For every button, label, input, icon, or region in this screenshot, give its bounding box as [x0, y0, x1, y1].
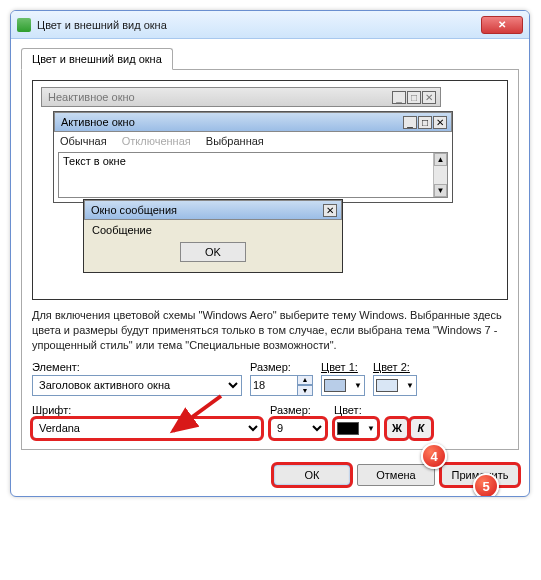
bold-button[interactable]: Ж: [386, 418, 408, 439]
label-element: Элемент:: [32, 361, 242, 373]
cancel-button[interactable]: Отмена: [357, 464, 435, 486]
label-size2: Размер:: [270, 404, 326, 416]
preview-menu: Обычная Отключенная Выбранная: [54, 132, 452, 150]
preview-inactive-window: Неактивное окно _□✕: [41, 87, 441, 107]
font-size-select[interactable]: 9: [270, 418, 326, 439]
preview-textarea: Текст в окне ▲ ▼: [58, 152, 448, 198]
preview-area: Неактивное окно _□✕ Активное окно _□✕ Об…: [32, 80, 508, 300]
description-text: Для включения цветовой схемы "Windows Ae…: [32, 308, 508, 353]
minimize-icon: _: [403, 116, 417, 129]
window-title: Цвет и внешний вид окна: [37, 19, 481, 31]
close-icon: ✕: [422, 91, 436, 104]
preview-inactive-buttons: _□✕: [391, 91, 436, 104]
preview-messagebox: Окно сообщения ✕ Сообщение OK: [83, 199, 343, 273]
preview-inactive-title: Неактивное окно: [46, 91, 391, 103]
spin-up-icon[interactable]: ▲: [297, 375, 313, 386]
ok-button[interactable]: ОК: [273, 464, 351, 486]
preview-msgbox-text: Сообщение: [92, 224, 334, 236]
spin-down-icon[interactable]: ▼: [297, 385, 313, 396]
preview-scrollbar: ▲ ▼: [433, 153, 447, 197]
maximize-icon: □: [418, 116, 432, 129]
maximize-icon: □: [407, 91, 421, 104]
close-icon: ✕: [323, 204, 337, 217]
chevron-down-icon: ▼: [406, 381, 414, 390]
preview-active-title: Активное окно: [59, 116, 402, 128]
row-element: Элемент: Заголовок активного окна Размер…: [32, 361, 508, 396]
dialog-window: Цвет и внешний вид окна ✕ Цвет и внешний…: [10, 10, 530, 497]
scroll-up-icon: ▲: [434, 153, 447, 166]
preview-active-buttons: _□✕: [402, 116, 447, 129]
color1-swatch: [324, 379, 346, 392]
preview-active-window: Активное окно _□✕ Обычная Отключенная Вы…: [53, 111, 453, 203]
color1-select[interactable]: ▼: [321, 375, 365, 396]
font-color-swatch: [337, 422, 359, 435]
menu-disabled: Отключенная: [122, 135, 191, 147]
size1-input[interactable]: [250, 375, 298, 396]
label-color2: Цвет 2:: [373, 361, 417, 373]
tab-pane: Неактивное окно _□✕ Активное окно _□✕ Об…: [21, 69, 519, 450]
tab-appearance[interactable]: Цвет и внешний вид окна: [21, 48, 173, 70]
preview-inactive-titlebar: Неактивное окно _□✕: [41, 87, 441, 107]
dialog-buttons: ОК Отмена Применить: [21, 464, 519, 486]
label-color1: Цвет 1:: [321, 361, 365, 373]
scroll-down-icon: ▼: [434, 184, 447, 197]
font-color-select[interactable]: ▼: [334, 418, 378, 439]
chevron-down-icon: ▼: [367, 424, 375, 433]
marker-5: 5: [473, 473, 499, 497]
close-icon[interactable]: ✕: [481, 16, 523, 34]
menu-normal: Обычная: [60, 135, 107, 147]
row-font: Шрифт: Verdana Размер: 9 Цвет: ▼: [32, 404, 508, 439]
preview-msgbox-title: Окно сообщения: [89, 204, 323, 216]
preview-text: Текст в окне: [63, 155, 126, 167]
marker-4: 4: [421, 443, 447, 469]
size1-spinner[interactable]: ▲▼: [297, 375, 313, 396]
minimize-icon: _: [392, 91, 406, 104]
preview-active-titlebar: Активное окно _□✕: [54, 112, 452, 132]
label-size1: Размер:: [250, 361, 313, 373]
chevron-down-icon: ▼: [354, 381, 362, 390]
app-icon: [17, 18, 31, 32]
color2-swatch: [376, 379, 398, 392]
preview-msgbox-titlebar: Окно сообщения ✕: [84, 200, 342, 220]
menu-selected: Выбранная: [206, 135, 264, 147]
dialog-body: Цвет и внешний вид окна Неактивное окно …: [11, 39, 529, 496]
annotation-arrow: [161, 391, 231, 441]
color2-select[interactable]: ▼: [373, 375, 417, 396]
close-icon: ✕: [433, 116, 447, 129]
preview-msgbox-body: Сообщение OK: [84, 220, 342, 272]
italic-button[interactable]: К: [410, 418, 432, 439]
preview-msgbox-ok: OK: [180, 242, 246, 262]
titlebar: Цвет и внешний вид окна ✕: [11, 11, 529, 39]
label-font-color: Цвет:: [334, 404, 378, 416]
svg-line-0: [173, 396, 221, 431]
